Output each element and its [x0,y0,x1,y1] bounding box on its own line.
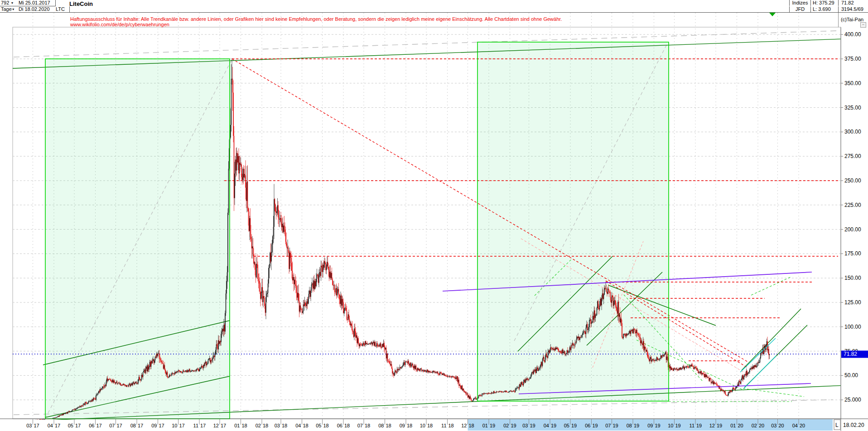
svg-text:17: 17 [179,423,185,428]
chart-canvas: 400.00375.00350.00325.00300.00275.00250.… [0,0,868,431]
date-from[interactable]: Mi 25.01.2017 [17,0,56,6]
svg-text:17: 17 [221,423,226,428]
svg-text:10: 10 [172,423,177,428]
svg-text:400.00: 400.00 [844,31,861,38]
date-to[interactable]: Di 18.02.2020 [17,6,56,12]
svg-text:07: 07 [109,423,115,428]
svg-text:18.02.20: 18.02.20 [843,422,864,428]
period-dropdown[interactable]: Tage▼ [0,6,18,12]
price-axis: 400.00375.00350.00325.00300.00275.00250.… [841,27,861,431]
chart-title: LiteCoin [69,0,93,7]
svg-text:19: 19 [613,423,618,428]
last-price-badge: 71.82 [841,350,868,358]
svg-text:04: 04 [48,423,53,428]
svg-text:07: 07 [605,423,611,428]
svg-text:17: 17 [200,423,206,428]
svg-text:06: 06 [89,423,94,428]
svg-text:06: 06 [585,423,590,428]
svg-text:03: 03 [771,423,776,428]
minimize-icon[interactable]: − [860,22,866,28]
disclaimer-text: Haftungsausschluss für Inhalte: Alle Tre… [70,16,641,27]
svg-text:71.82: 71.82 [844,351,857,357]
svg-text:20: 20 [800,423,805,428]
bars-count-dropdown[interactable]: 792 ▼ [0,0,18,6]
chevron-down-icon: ▼ [12,8,15,11]
svg-text:18: 18 [427,423,433,428]
svg-text:18: 18 [386,423,391,428]
svg-text:200.00: 200.00 [844,226,861,233]
svg-text:325.00: 325.00 [844,105,861,111]
svg-text:05: 05 [68,423,73,428]
svg-text:18: 18 [263,423,268,428]
svg-text:19: 19 [511,423,516,428]
svg-text:250.00: 250.00 [844,177,861,184]
svg-text:03: 03 [26,423,32,428]
svg-text:11: 11 [193,423,198,428]
svg-text:11: 11 [690,423,694,428]
svg-text:275.00: 275.00 [844,153,861,159]
svg-text:19: 19 [634,423,639,428]
svg-text:19: 19 [490,423,495,428]
svg-text:350.00: 350.00 [844,80,861,86]
svg-text:18: 18 [323,423,329,428]
svg-text:19: 19 [696,423,702,428]
chevron-down-icon: ▼ [10,1,14,5]
svg-text:04: 04 [295,423,301,428]
svg-text:18: 18 [303,423,309,428]
svg-text:17: 17 [75,423,81,428]
exchange-group-label: Indizes [789,0,810,6]
svg-text:20: 20 [759,423,764,428]
time-axis: 0317041705170617071708170917101711171217… [0,419,868,431]
high-value: H: 375.29 [810,0,839,6]
svg-text:12: 12 [461,423,467,428]
svg-text:100.00: 100.00 [844,324,861,330]
svg-text:20: 20 [738,423,743,428]
scale-toggle[interactable]: L [834,420,840,430]
svg-text:02: 02 [752,423,757,428]
svg-text:18: 18 [282,423,287,428]
svg-text:150.00: 150.00 [844,275,861,281]
svg-text:17: 17 [138,423,143,428]
last-date-cell: 18.02.20 [843,422,864,428]
svg-text:08: 08 [627,423,632,428]
svg-text:04: 04 [792,423,798,428]
svg-text:18: 18 [448,423,454,428]
svg-text:125.00: 125.00 [844,299,861,306]
svg-text:03: 03 [275,423,280,428]
svg-text:L: L [835,422,839,428]
svg-text:17: 17 [96,423,102,428]
svg-text:09: 09 [400,423,405,428]
symbol-cell: LTC [54,6,70,12]
volume-info: 3194.5/69 [838,6,868,12]
svg-text:09: 09 [647,423,653,428]
svg-text:17: 17 [159,423,164,428]
svg-text:01: 01 [234,423,240,428]
svg-text:17: 17 [117,423,122,428]
svg-text:20: 20 [779,423,784,428]
last-price-value: 71.82 [838,0,868,6]
svg-text:19: 19 [717,423,722,428]
svg-text:50.00: 50.00 [844,372,858,378]
svg-text:03: 03 [522,423,528,428]
svg-text:05: 05 [564,423,569,428]
svg-text:02: 02 [256,423,261,428]
svg-text:375.00: 375.00 [844,56,861,62]
svg-text:19: 19 [675,423,681,428]
header-bar [0,0,868,13]
marker-triangle-icon [769,13,776,16]
svg-text:10: 10 [420,423,425,428]
svg-text:04: 04 [544,423,549,428]
svg-text:19: 19 [655,423,661,428]
exchange-label: JFD [789,6,810,12]
svg-text:02: 02 [503,423,509,428]
svg-text:01: 01 [730,423,736,428]
svg-text:06: 06 [337,423,342,428]
svg-text:175.00: 175.00 [844,250,861,257]
svg-text:19: 19 [530,423,535,428]
svg-text:12: 12 [213,423,219,428]
svg-text:08: 08 [130,423,136,428]
svg-text:08: 08 [378,423,384,428]
low-value: L: 3.690 [810,6,839,12]
svg-text:18: 18 [469,423,474,428]
copyright-label: (c)Tai-Pan [841,17,863,22]
